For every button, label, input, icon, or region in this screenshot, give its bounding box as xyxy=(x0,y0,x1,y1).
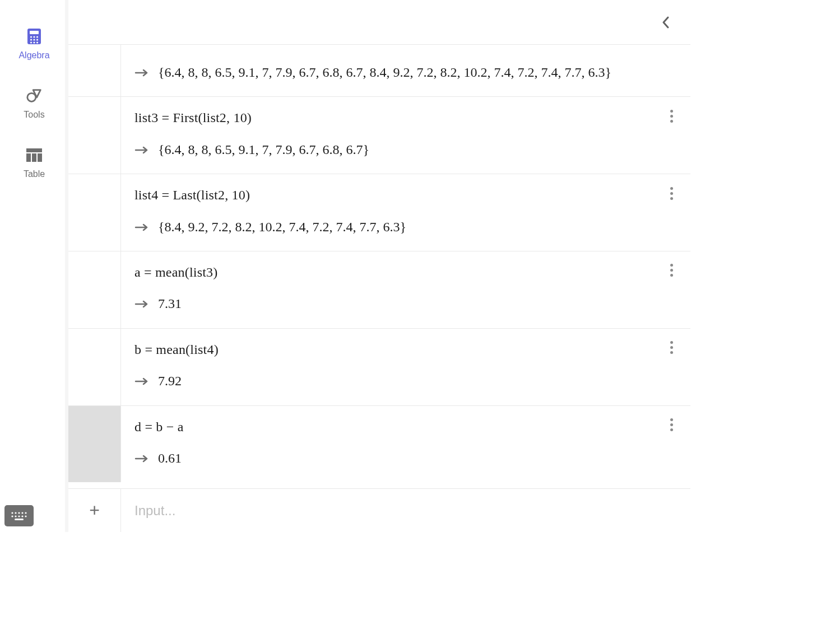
nav-tools[interactable]: Tools xyxy=(24,87,44,120)
row-expression: a = mean(list3) xyxy=(134,262,677,283)
row-gutter[interactable] xyxy=(68,97,121,174)
result-arrow-icon xyxy=(134,139,150,160)
row-result: {8.4, 9.2, 7.2, 8.2, 10.2, 7.4, 7.2, 7.4… xyxy=(158,216,406,237)
row-content[interactable]: list4 = Last(list2, 10) {8.4, 9.2, 7.2, … xyxy=(121,174,690,251)
row-result: {6.4, 8, 8, 6.5, 9.1, 7, 7.9, 6.7, 6.8, … xyxy=(158,62,611,83)
row-result: {6.4, 8, 8, 6.5, 9.1, 7, 7.9, 6.7, 6.8, … xyxy=(158,139,369,160)
svg-point-25 xyxy=(21,515,23,517)
svg-point-20 xyxy=(21,512,23,514)
row-more-button[interactable] xyxy=(664,185,679,201)
input-row: + xyxy=(68,488,690,532)
result-arrow-icon xyxy=(134,216,150,237)
svg-point-21 xyxy=(25,512,26,514)
algebra-row[interactable]: list4 = Last(list2, 10) {8.4, 9.2, 7.2, … xyxy=(68,174,690,251)
svg-point-22 xyxy=(11,515,13,517)
row-expression: list3 = First(list2, 10) xyxy=(134,107,677,128)
algebra-row[interactable]: d = b − a 0.61 xyxy=(68,406,690,483)
row-gutter[interactable] xyxy=(68,406,121,483)
row-gutter[interactable] xyxy=(68,174,121,251)
row-result: 0.61 xyxy=(158,447,182,469)
row-content[interactable]: d = b − a 0.61 xyxy=(121,406,690,483)
row-content[interactable]: a = mean(list3) 7.31 xyxy=(121,251,690,328)
more-vertical-icon xyxy=(670,264,673,277)
nav-label: Tools xyxy=(24,110,44,120)
svg-point-19 xyxy=(18,512,20,514)
svg-point-23 xyxy=(15,515,16,517)
result-arrow-icon xyxy=(134,447,150,469)
result-arrow-icon xyxy=(134,370,150,391)
more-vertical-icon xyxy=(670,110,673,123)
nav-label: Algebra xyxy=(18,50,49,60)
keyboard-icon xyxy=(10,510,29,521)
plus-icon: + xyxy=(89,500,100,521)
row-more-button[interactable] xyxy=(664,340,679,356)
expression-input[interactable] xyxy=(121,489,690,532)
svg-point-4 xyxy=(36,36,38,38)
algebra-row[interactable]: a = mean(list3) 7.31 xyxy=(68,251,690,329)
svg-point-10 xyxy=(36,41,38,43)
topbar xyxy=(68,0,690,45)
more-vertical-icon xyxy=(670,187,673,200)
row-expression: b = mean(list4) xyxy=(134,339,677,360)
table-icon xyxy=(26,147,43,164)
nav-algebra[interactable]: Algebra xyxy=(18,28,49,60)
svg-rect-14 xyxy=(32,153,36,162)
svg-point-6 xyxy=(33,39,35,40)
svg-point-2 xyxy=(30,36,32,38)
svg-point-26 xyxy=(25,515,26,517)
svg-point-17 xyxy=(11,512,13,514)
svg-point-24 xyxy=(18,515,20,517)
add-row-button[interactable]: + xyxy=(68,489,121,532)
algebra-rows: {6.4, 8, 8, 6.5, 9.1, 7, 7.9, 6.7, 6.8, … xyxy=(68,45,690,488)
row-more-button[interactable] xyxy=(664,417,679,433)
row-expression: d = b − a xyxy=(134,416,677,437)
row-content[interactable]: list3 = First(list2, 10) {6.4, 8, 8, 6.5… xyxy=(121,97,690,174)
row-more-button[interactable] xyxy=(664,263,679,278)
svg-point-3 xyxy=(33,36,35,38)
keyboard-toggle-button[interactable] xyxy=(4,505,34,526)
svg-rect-13 xyxy=(26,153,31,162)
row-result: 7.92 xyxy=(158,370,182,391)
collapse-button[interactable] xyxy=(657,13,675,31)
row-content[interactable]: b = mean(list4) 7.92 xyxy=(121,329,690,405)
algebra-row[interactable]: list3 = First(list2, 10) {6.4, 8, 8, 6.5… xyxy=(68,97,690,174)
sidebar: Algebra Tools Table xyxy=(0,0,68,532)
svg-rect-12 xyxy=(26,148,42,152)
more-vertical-icon xyxy=(670,341,673,354)
svg-rect-27 xyxy=(15,519,24,520)
chevron-left-icon xyxy=(661,16,670,29)
algebra-row[interactable]: b = mean(list4) 7.92 xyxy=(68,329,690,406)
svg-point-9 xyxy=(33,41,35,43)
svg-point-8 xyxy=(30,41,32,43)
svg-point-18 xyxy=(15,512,16,514)
row-gutter[interactable] xyxy=(68,329,121,405)
main-panel: {6.4, 8, 8, 6.5, 9.1, 7, 7.9, 6.7, 6.8, … xyxy=(68,0,690,532)
result-arrow-icon xyxy=(134,62,150,83)
svg-rect-15 xyxy=(38,153,42,162)
nav-label: Table xyxy=(24,169,45,179)
row-expression: list4 = Last(list2, 10) xyxy=(134,184,677,206)
more-vertical-icon xyxy=(670,418,673,431)
result-arrow-icon xyxy=(134,293,150,314)
nav-table[interactable]: Table xyxy=(24,147,45,179)
svg-rect-1 xyxy=(30,31,39,34)
row-more-button[interactable] xyxy=(664,108,679,124)
row-gutter[interactable] xyxy=(68,251,121,328)
svg-point-5 xyxy=(30,39,32,40)
row-content[interactable]: {6.4, 8, 8, 6.5, 9.1, 7, 7.9, 6.7, 6.8, … xyxy=(121,45,690,96)
row-gutter[interactable] xyxy=(68,45,121,96)
row-result: 7.31 xyxy=(158,293,182,314)
algebra-row[interactable]: {6.4, 8, 8, 6.5, 9.1, 7, 7.9, 6.7, 6.8, … xyxy=(68,45,690,97)
tools-icon xyxy=(26,87,43,104)
svg-point-7 xyxy=(36,39,38,40)
calculator-icon xyxy=(26,28,43,45)
